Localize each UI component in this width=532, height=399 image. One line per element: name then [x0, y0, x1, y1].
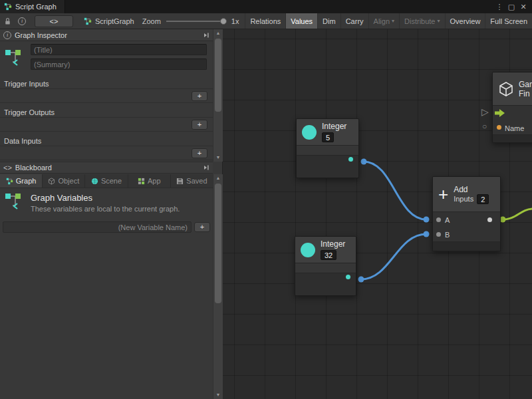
value-port-icon[interactable]: ○ — [482, 122, 487, 131]
output-port[interactable] — [346, 275, 350, 279]
graph-icon — [84, 17, 92, 25]
tab-app[interactable]: App — [128, 174, 171, 188]
integer-icon — [301, 243, 315, 257]
inspect-button[interactable]: i — [15, 13, 29, 29]
integer-icon — [302, 125, 317, 140]
scroll-down-icon[interactable]: ▼ — [213, 154, 223, 162]
node-ports: A B — [433, 212, 500, 242]
save-icon — [176, 178, 184, 185]
integer-value-field[interactable]: 32 — [321, 250, 336, 260]
wire-integer32-to-add-b[interactable] — [361, 234, 426, 279]
blackboard-scrollbar-thumb[interactable] — [215, 184, 221, 303]
blackboard-tabs: Graph Object Scene App Saved — [0, 174, 213, 188]
overview-button[interactable]: Overview — [445, 13, 485, 29]
inspector-scrollbar[interactable]: ▲ ▼ — [213, 29, 223, 162]
port-name-label: Name — [505, 124, 524, 132]
graph-title-button[interactable]: ScriptGraph — [78, 13, 140, 29]
wire-endpoint[interactable] — [424, 217, 430, 223]
node-header[interactable]: Integer 5 — [297, 119, 358, 146]
close-icon[interactable]: ✕ — [517, 0, 529, 13]
tab-saved[interactable]: Saved — [171, 174, 213, 188]
node-integer-5[interactable]: Integer 5 — [296, 118, 359, 178]
trigger-inputs-label: Trigger Inputs — [0, 78, 213, 89]
dim-button[interactable]: Dim — [317, 13, 340, 29]
values-label: Values — [291, 17, 313, 25]
node-title: Integer — [321, 239, 345, 249]
node-header[interactable]: Integer 32 — [295, 237, 356, 263]
node-subtitle: Inputs — [454, 195, 473, 203]
control-input-row — [493, 106, 532, 120]
graph-title-label: ScriptGraph — [95, 17, 134, 25]
tab-graph[interactable]: Graph — [0, 174, 43, 188]
add-trigger-output-button[interactable]: + — [192, 120, 207, 130]
distribute-button[interactable]: Distribute▾ — [399, 13, 444, 29]
node-body — [297, 146, 358, 156]
cube-icon — [498, 81, 514, 97]
add-icon: + — [438, 186, 448, 203]
maximize-icon[interactable]: ▢ — [505, 0, 517, 13]
wire-integer5-to-add-a[interactable] — [364, 162, 426, 219]
add-variable-button[interactable]: + — [194, 222, 210, 232]
add-data-input-button[interactable]: + — [192, 148, 207, 158]
wire-endpoint[interactable] — [358, 277, 364, 283]
inputs-count-field[interactable]: 2 — [477, 194, 489, 204]
node-header[interactable]: Gam Fin — [493, 72, 532, 106]
node-header[interactable]: + Add Inputs 2 — [433, 177, 500, 212]
control-port-icon[interactable]: ▷ — [481, 106, 489, 117]
tab-scene-label: Scene — [101, 177, 122, 185]
control-flow-arrow-icon[interactable] — [495, 109, 505, 117]
wire-endpoint[interactable] — [424, 231, 430, 237]
node-game-object-find[interactable]: Gam Fin Name — [492, 72, 532, 143]
data-inputs-label: Data Inputs — [0, 136, 213, 146]
values-button[interactable]: Values — [285, 13, 317, 29]
node-add[interactable]: + Add Inputs 2 A B — [432, 176, 501, 251]
align-button[interactable]: Align▾ — [368, 13, 399, 29]
output-port[interactable] — [487, 217, 492, 222]
wire-endpoint[interactable] — [361, 159, 367, 165]
zoom-label: Zoom — [142, 17, 161, 25]
full-screen-button[interactable]: Full Screen — [485, 13, 532, 29]
new-variable-input[interactable] — [3, 221, 192, 233]
title-input[interactable] — [31, 44, 207, 55]
scroll-up-icon[interactable]: ▲ — [213, 174, 223, 182]
tab-object[interactable]: Object — [43, 174, 85, 188]
scroll-down-icon[interactable]: ▼ — [213, 391, 223, 399]
input-port-a[interactable] — [436, 217, 441, 222]
scroll-up-icon[interactable]: ▲ — [213, 29, 223, 37]
node-title: Add — [454, 185, 489, 194]
summary-input[interactable] — [31, 59, 207, 70]
info-icon: i — [18, 17, 26, 25]
input-port-b[interactable] — [436, 232, 441, 237]
zoom-slider-thumb[interactable] — [220, 18, 227, 25]
tab-scene[interactable]: Scene — [85, 174, 128, 188]
node-body — [433, 242, 500, 251]
cube-icon — [48, 178, 55, 185]
carry-button[interactable]: Carry — [340, 13, 368, 29]
lock-icon — [4, 17, 11, 25]
blackboard-scrollbar[interactable]: ▲ ▼ — [213, 174, 223, 399]
scene-icon — [91, 178, 98, 185]
window-tab[interactable]: Script Graph — [0, 0, 65, 13]
graph-variables-description: These variables are local to the current… — [31, 205, 180, 213]
tab-app-label: App — [148, 177, 161, 185]
info-icon: i — [3, 31, 11, 39]
integer-value-field[interactable]: 5 — [322, 132, 334, 142]
node-integer-32[interactable]: Integer 32 — [295, 236, 356, 296]
string-input-port[interactable] — [497, 125, 501, 130]
graph-canvas[interactable]: Integer 5 Integer 32 + Add — [223, 29, 532, 399]
graph-inspector-title: Graph Inspector — [15, 31, 67, 39]
output-port[interactable] — [348, 157, 353, 162]
window-menu-icon[interactable]: ⋮ — [493, 0, 505, 13]
add-trigger-input-button[interactable]: + — [192, 91, 207, 101]
maximize-panel-icon[interactable] — [203, 164, 209, 171]
wire-add-output[interactable] — [503, 209, 532, 219]
distribute-label: Distribute — [404, 17, 435, 25]
code-view-button[interactable]: <> — [35, 15, 73, 27]
relations-button[interactable]: Relations — [245, 13, 285, 29]
inspector-scrollbar-thumb[interactable] — [215, 39, 221, 112]
toolbar-button-group: Relations Values Dim Carry Align▾ Distri… — [245, 13, 532, 29]
maximize-panel-icon[interactable] — [203, 32, 209, 39]
chevron-down-icon: ▾ — [438, 18, 440, 24]
zoom-slider[interactable] — [166, 18, 226, 25]
lock-button[interactable] — [0, 13, 15, 29]
